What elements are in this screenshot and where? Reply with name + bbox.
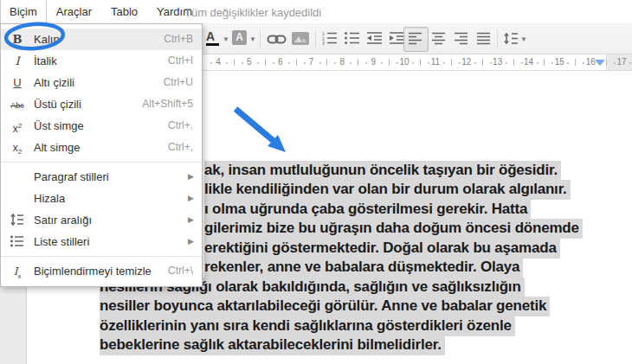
- menu-item-label: Hizala: [34, 188, 65, 209]
- ruler-tick: [451, 59, 452, 66]
- ruler-tick-dot: [521, 62, 523, 64]
- ruler-tick-dot: [443, 62, 445, 64]
- ruler-number: 13: [493, 57, 502, 67]
- highlight-color-icon[interactable]: A: [232, 30, 247, 45]
- ruler-tick-dot: [537, 62, 538, 64]
- menu-separator: [1, 162, 202, 163]
- ruler-tick-dot: [614, 62, 616, 64]
- italic-icon: I: [6, 50, 29, 72]
- menu-item-sat-r-aral[interactable]: Satır aralığı▶: [1, 209, 202, 231]
- menu-separator: [1, 256, 202, 257]
- menubar-item-tablo[interactable]: Tablo: [101, 0, 147, 24]
- ruler-tick-dot: [629, 62, 631, 64]
- menu-item-label: Biçimlendirmeyi temizle: [34, 260, 152, 282]
- ruler-tick-dot: [334, 62, 336, 64]
- menu-item-shortcut: Ctrl+.: [168, 115, 193, 137]
- ruler-number: 17: [616, 57, 626, 67]
- ruler-tick-dot: [551, 62, 553, 64]
- menu-item-label: Üst simge: [34, 115, 84, 137]
- menubar-items: BiçimAraçlarTabloYardım: [0, 3, 202, 18]
- ruler-tick: [513, 59, 514, 66]
- ruler-tick: [575, 59, 576, 66]
- menu-item-shortcut: Ctrl+\: [168, 260, 193, 282]
- ruler-tick: [544, 59, 545, 66]
- ruler-tick-dot: [490, 62, 492, 64]
- menu-item-shortcut: Ctrl+I: [168, 50, 193, 72]
- selected-text-line[interactable]: rekenler, anne ve babalara düşmektedir. …: [204, 258, 523, 278]
- right-indent-marker-icon[interactable]: [595, 60, 605, 66]
- menu-item-shortcut: Ctrl+B: [164, 29, 193, 50]
- menu-item-st-simge[interactable]: x2Üst simgeCtrl+.: [1, 115, 202, 137]
- google-docs-window: { "menubar": { "items": ["Biçim", "Araçl…: [0, 0, 632, 364]
- selected-text-line[interactable]: likle kendiliğinden var olan bir durum o…: [204, 180, 571, 200]
- selected-text-line[interactable]: erektiğini göstermektedir. Doğal olarak …: [204, 239, 560, 259]
- menu-item-label: Alt simge: [34, 137, 80, 158]
- ruler-tick-dot: [567, 62, 569, 64]
- menu-item-label: Altı çizili: [34, 72, 74, 93]
- ruler-number: 4: [216, 57, 221, 67]
- ruler-tick-dot: [428, 62, 429, 64]
- menubar-item-ara-lar[interactable]: Araçlar: [47, 0, 101, 24]
- line-spacing-toolbar-icon[interactable]: [504, 32, 519, 48]
- text-color-dropdown-icon[interactable]: ▼: [222, 35, 229, 43]
- menu-item-alt-izili[interactable]: UAltı çiziliCtrl+U: [1, 72, 202, 93]
- menu-item-bi-imlendirmeyi-temizle[interactable]: IxBiçimlendirmeyi temizleCtrl+\: [1, 260, 202, 282]
- justify-icon[interactable]: [477, 32, 491, 48]
- menu-item-paragraf-stilleri[interactable]: Paragraf stilleri▶: [1, 166, 202, 188]
- toolbar-separator: [497, 29, 498, 48]
- selected-text-line[interactable]: nesiller boyunca aktarılabileceği görülü…: [100, 297, 550, 316]
- align-left-icon[interactable]: [409, 32, 422, 48]
- insert-image-icon[interactable]: [292, 32, 309, 48]
- menu-item-label: Kalın: [34, 29, 60, 50]
- highlight-color-dropdown-icon[interactable]: ▼: [249, 35, 256, 43]
- selected-text-line[interactable]: ı olma uğrunda çaba gösterilmesi gerekir…: [204, 200, 531, 220]
- menu-item-liste-stilleri[interactable]: Liste stilleri▶: [1, 231, 202, 252]
- line-spacing-dropdown-icon[interactable]: ▼: [520, 35, 527, 43]
- align-center-icon[interactable]: [432, 32, 446, 48]
- selected-text-line[interactable]: gilerimiz bize bu uğraşın daha doğum önc…: [204, 219, 583, 239]
- menu-item-label: İtalik: [34, 50, 57, 72]
- format-menu-dropdown: BKalınCtrl+BIİtalikCtrl+IUAltı çiziliCtr…: [0, 23, 203, 287]
- menu-item-i-talik[interactable]: IİtalikCtrl+I: [1, 50, 202, 72]
- ruler-tick-dot: [350, 62, 351, 64]
- ruler-tick-dot: [397, 62, 398, 64]
- submenu-arrow-icon: ▶: [188, 166, 194, 188]
- ruler-tick-dot: [412, 62, 414, 64]
- menu-item-shortcut: Alt+Shift+5: [142, 93, 193, 115]
- menu-item-kal-n[interactable]: BKalınCtrl+B: [1, 29, 202, 50]
- ruler-tick: [606, 59, 607, 66]
- numbered-list-icon[interactable]: 123: [322, 31, 338, 48]
- subscript-icon: x2: [6, 137, 29, 163]
- selected-text-line[interactable]: ak, insan mutluluğunun öncelik taşıyan b…: [204, 161, 561, 181]
- bulleted-list-icon[interactable]: [345, 31, 360, 48]
- menu-item-hizala[interactable]: Hizala▶: [1, 188, 202, 209]
- insert-link-icon[interactable]: [267, 33, 287, 48]
- menu-item-label: Satır aralığı: [34, 209, 92, 231]
- strikethrough-icon: Abc: [6, 93, 29, 117]
- selected-text-line[interactable]: bebeklerine sağlık aktarabileceklerini b…: [100, 335, 445, 355]
- menu-item-alt-simge[interactable]: x2Alt simgeCtrl+,: [1, 137, 202, 158]
- ruler-number: 15: [555, 57, 564, 67]
- ruler-tick: [326, 59, 327, 66]
- menu-item-shortcut: Ctrl+U: [164, 72, 193, 93]
- align-right-icon[interactable]: [455, 32, 468, 48]
- ruler-number: 11: [431, 57, 440, 67]
- toolbar-separator: [315, 29, 316, 48]
- ruler-tick-dot: [506, 62, 507, 64]
- menubar: BiçimAraçlarTabloYardım Tüm değişiklikle…: [0, 0, 632, 23]
- selected-text-line[interactable]: özelliklerinin yanı sıra kendi sağlıklar…: [100, 316, 515, 336]
- menu-item-label: Üstü çizili: [34, 93, 81, 115]
- text-color-icon[interactable]: A: [206, 30, 219, 46]
- ruler-number: 8: [340, 57, 345, 67]
- menu-item-st-izili[interactable]: AbcÜstü çiziliAlt+Shift+5: [1, 93, 202, 115]
- menubar-item-bi-im[interactable]: Biçim: [0, 0, 47, 24]
- ruler-tick-dot: [304, 62, 306, 64]
- ruler-tick: [389, 59, 390, 66]
- ruler-tick: [358, 59, 358, 66]
- line-spacing-icon: [6, 209, 29, 231]
- ruler-tick: [296, 59, 297, 66]
- decrease-indent-icon[interactable]: [367, 31, 383, 48]
- ruler-tick-dot: [226, 62, 228, 64]
- ruler-tick-dot: [583, 62, 584, 64]
- ruler-tick-dot: [273, 62, 274, 64]
